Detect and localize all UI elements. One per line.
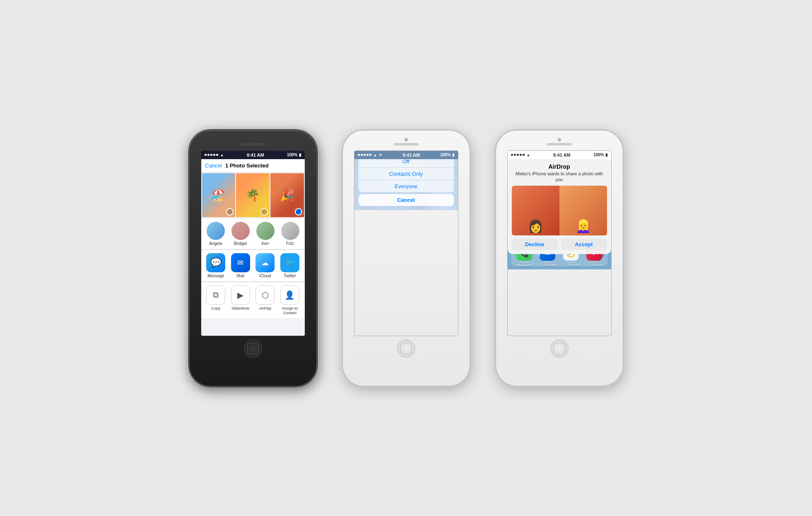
airdrop-action-buttons: Decline Accept (512, 239, 607, 250)
dock-music-label: Music (590, 261, 599, 264)
screen-2: ▲ ✦ 9:41 AM 100% ▮ 💬 Monday 10 (354, 150, 458, 336)
contact-ken[interactable]: Ken (255, 222, 276, 246)
app-label-mail: Mail (237, 274, 244, 278)
control-center: ✈ 📶 ✦ 🌙 🔒 ☀ ☀ (354, 159, 458, 210)
receive-home-bg: AirDrop Mieko's iPhone wants to share a … (508, 159, 611, 269)
status-right-2: 100% ▮ (440, 153, 455, 157)
time-1: 9:41 AM (247, 153, 264, 157)
photo-1[interactable]: 🏖️ (202, 173, 236, 217)
phone-3-top (504, 138, 615, 148)
airdrop-section: You can make yourself discoverable to ev… (359, 159, 454, 192)
screen-1: ▲ 9:41 AM 100% ▮ Cancel 1 Photo Selected… (201, 150, 305, 336)
airdrop-decline-button[interactable]: Decline (512, 239, 558, 250)
airplay-icon: ⬡ (255, 286, 275, 305)
signal-dots-2: ▲ ✦ (358, 153, 383, 157)
action-assign-contact[interactable]: 👤 Assign to Contact (277, 286, 302, 315)
photo-3-selected[interactable]: 🎉 ✓ (270, 173, 304, 217)
time-3: 9:41 AM (553, 153, 571, 157)
time-2: 9:41 AM (402, 153, 420, 157)
battery-pct-1: 100% (287, 153, 298, 157)
action-label-airplay: AirPlay (259, 306, 271, 310)
action-label-slideshow: Slideshow (231, 306, 249, 310)
airdrop-accept-button[interactable]: Accept (561, 239, 607, 250)
bt-icon-2: ✦ (379, 153, 382, 157)
airdrop-photo-preview: 👩 👱‍♀️ (512, 186, 607, 235)
action-slideshow[interactable]: ▶ Slideshow (228, 286, 253, 315)
mail-icon: ✉ (231, 253, 250, 272)
action-airplay[interactable]: ⬡ AirPlay (253, 286, 278, 315)
app-row: 💬 Message ✉ Mail ☁ iCloud 🐦 Twitter (201, 250, 305, 282)
share-header: Cancel 1 Photo Selected (201, 159, 305, 172)
contact-fritz[interactable]: Fritz (280, 222, 301, 246)
contact-name-angela: Angela (209, 241, 222, 246)
airdrop-popup-title: AirDrop (512, 163, 607, 170)
status-bar-2: ▲ ✦ 9:41 AM 100% ▮ (354, 151, 458, 159)
phone-2-top (350, 138, 462, 148)
slideshow-icon: ▶ (231, 286, 250, 305)
action-row: ⧉ Copy ▶ Slideshow ⬡ AirPlay 👤 Assign to… (201, 282, 305, 319)
home-button-3[interactable] (550, 339, 569, 358)
avatar-angela (207, 222, 225, 240)
wifi-icon-2: ▲ (373, 153, 377, 157)
action-label-copy: Copy (211, 306, 220, 310)
front-camera-3 (558, 138, 561, 141)
action-copy[interactable]: ⧉ Copy (204, 286, 229, 315)
photo-check-3: ✓ (295, 208, 302, 216)
twitter-icon: 🐦 (280, 253, 299, 272)
contact-name-ken: Ken (262, 241, 269, 246)
signal-dots-1: ▲ (205, 153, 224, 157)
screen-3: ▲ 9:41 AM 100% ▮ AirDrop Mieko's iPhone … (507, 150, 612, 336)
home-button-inner-1 (247, 343, 259, 354)
status-bar-1: ▲ 9:41 AM 100% ▮ (201, 151, 305, 159)
dock-phone-label: Phone (519, 261, 529, 264)
app-label-message: Message (207, 274, 224, 278)
home-button-2[interactable] (397, 339, 415, 358)
contact-angela[interactable]: Angela (205, 222, 226, 246)
app-mail[interactable]: ✉ Mail (228, 253, 253, 278)
app-label-twitter: Twitter (284, 274, 296, 278)
copy-icon: ⧉ (206, 286, 225, 305)
share-title: 1 Photo Selected (225, 162, 301, 169)
dock-mail-label: Mail (545, 261, 551, 264)
avatar-ken (256, 222, 275, 240)
contact-row: Angela Bridget Ken Fritz (201, 218, 305, 250)
speaker-1 (241, 143, 265, 145)
photo-2[interactable]: 🌴 (236, 173, 270, 217)
wifi-icon-1: ▲ (220, 153, 224, 157)
battery-icon-3: ▮ (605, 153, 608, 157)
home-button-1[interactable] (244, 339, 262, 358)
share-sheet: Cancel 1 Photo Selected 🏖️ 🌴 🎉 ✓ (201, 159, 305, 336)
front-camera-2 (405, 138, 408, 141)
wifi-icon-3: ▲ (527, 153, 530, 157)
airdrop-everyone-option[interactable]: Everyone (359, 180, 454, 192)
contact-bridget[interactable]: Bridget (230, 222, 251, 246)
home-button-inner-2 (400, 343, 412, 354)
airdrop-contacts-option[interactable]: Contacts Only (359, 167, 454, 180)
phone-2-light: ▲ ✦ 9:41 AM 100% ▮ 💬 Monday 10 (342, 130, 470, 387)
airdrop-cancel-button[interactable]: Cancel (359, 194, 454, 206)
app-icloud[interactable]: ☁ iCloud (253, 253, 278, 278)
contact-name-bridget: Bridget (234, 241, 247, 246)
app-twitter[interactable]: 🐦 Twitter (277, 253, 302, 278)
airdrop-off-option[interactable]: Off (359, 159, 454, 167)
speaker-3 (547, 143, 572, 145)
status-right-1: 100% ▮ (287, 153, 301, 157)
app-label-icloud: iCloud (259, 274, 271, 278)
cancel-button[interactable]: Cancel (205, 162, 222, 169)
avatar-fritz (281, 222, 299, 240)
message-icon: 💬 (206, 253, 225, 272)
photo-grid: 🏖️ 🌴 🎉 ✓ (201, 172, 305, 218)
app-message[interactable]: 💬 Message (204, 253, 229, 278)
signal-dots-3: ▲ (511, 153, 530, 157)
action-label-assign-contact: Assign to Contact (277, 306, 302, 315)
battery-pct-3: 100% (593, 153, 604, 157)
battery-pct-2: 100% (440, 153, 451, 157)
speaker-2 (394, 143, 419, 145)
phone-1-dark: ▲ 9:41 AM 100% ▮ Cancel 1 Photo Selected… (189, 130, 317, 387)
front-camera-1 (251, 138, 255, 141)
battery-icon-1: ▮ (299, 153, 301, 157)
photo-circle-1 (226, 208, 234, 216)
photo-circle-2 (260, 208, 268, 216)
status-right-3: 100% ▮ (593, 153, 608, 157)
assign-contact-icon: 👤 (280, 286, 299, 305)
